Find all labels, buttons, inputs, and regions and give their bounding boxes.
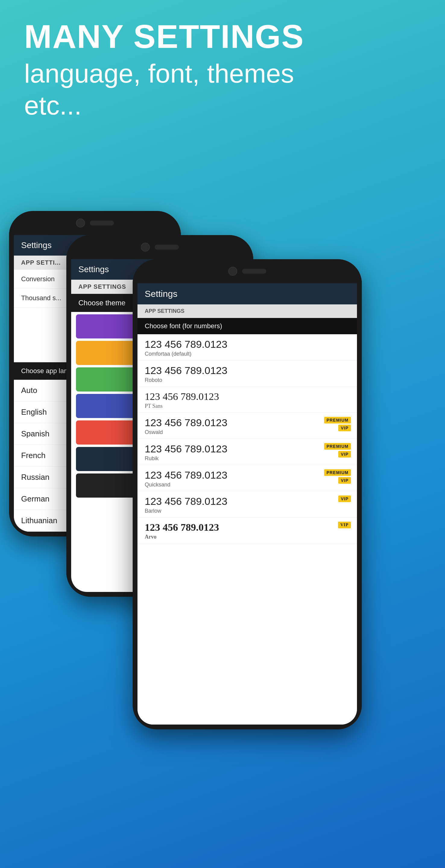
- hero-section: MANY SETTINGS language, font, themesetc.…: [24, 18, 304, 121]
- phone3-speaker: [242, 269, 266, 274]
- rubik-badge-premium: PREMIUM: [324, 443, 351, 450]
- phones-container: Settings APP SETTI... Conversion Thousan…: [0, 211, 445, 868]
- phone3-screen: Settings APP SETTINGS Choose font (for n…: [138, 283, 357, 724]
- hero-title: MANY SETTINGS: [24, 18, 304, 55]
- phone-font: Settings APP SETTINGS Choose font (for n…: [132, 259, 362, 730]
- phone3-app-settings: APP SETTINGS: [138, 304, 357, 318]
- phone2-speaker: [155, 245, 179, 250]
- barlow-badges: VIP: [338, 495, 351, 502]
- rubik-badge-vip: VIP: [338, 451, 351, 458]
- font-item-quicksand[interactable]: 123 456 789.0123 Quicksand PREMIUM VIP: [138, 465, 357, 491]
- barlow-badge-vip: VIP: [338, 495, 351, 502]
- font-item-rubik[interactable]: 123 456 789.0123 Rubik PREMIUM VIP: [138, 439, 357, 465]
- font-item-ptsans[interactable]: 123 456 789.0123 PT Sans: [138, 387, 357, 412]
- phone3-camera: [228, 267, 237, 276]
- font-item-roboto[interactable]: 123 456 789.0123 Roboto: [138, 361, 357, 387]
- font-label-oswald: Oswald: [145, 429, 350, 435]
- font-item-barlow[interactable]: 123 456 789.0123 Barlow VIP: [138, 491, 357, 518]
- phone1-camera: [76, 218, 85, 227]
- quicksand-badge-vip: VIP: [338, 477, 351, 484]
- font-label-quicksand: Quicksand: [145, 482, 350, 488]
- choose-font-bar: Choose font (for numbers): [138, 318, 357, 334]
- font-sample-arvo: 123 456 789.0123: [145, 522, 350, 533]
- oswald-badge-vip: VIP: [338, 425, 351, 431]
- phone3-top-bar: [132, 259, 362, 283]
- quicksand-badge-premium: PREMIUM: [324, 469, 351, 476]
- font-item-arvo[interactable]: 123 456 789.0123 Arvo VIP: [138, 518, 357, 544]
- font-sample-quicksand: 123 456 789.0123: [145, 469, 350, 481]
- font-sample-barlow: 123 456 789.0123: [145, 495, 350, 507]
- quicksand-badges: PREMIUM VIP: [324, 469, 351, 484]
- oswald-badges: PREMIUM VIP: [324, 417, 351, 431]
- phone1-speaker: [90, 221, 114, 225]
- font-sample-ptsans: 123 456 789.0123: [145, 391, 350, 402]
- font-label-roboto: Roboto: [145, 377, 350, 383]
- phone3-settings-header: Settings: [138, 283, 357, 304]
- hero-subtitle: language, font, themesetc...: [24, 58, 304, 121]
- font-sample-comfortaa: 123 456 789.0123: [145, 338, 350, 350]
- rubik-badges: PREMIUM VIP: [324, 443, 351, 458]
- arvo-badge-vip: VIP: [338, 522, 351, 528]
- font-sample-roboto: 123 456 789.0123: [145, 365, 350, 376]
- font-item-oswald[interactable]: 123 456 789.0123 Oswald PREMIUM VIP: [138, 412, 357, 439]
- font-sample-oswald: 123 456 789.0123: [145, 417, 350, 429]
- font-dialog: Settings APP SETTINGS Choose font (for n…: [138, 283, 357, 724]
- oswald-badge-premium: PREMIUM: [324, 417, 351, 424]
- phone1-top-bar: [9, 211, 181, 235]
- font-label-arvo: Arvo: [145, 534, 350, 540]
- font-label-barlow: Barlow: [145, 508, 350, 514]
- font-item-comfortaa[interactable]: 123 456 789.0123 Comfortaa (default): [138, 334, 357, 361]
- font-label-comfortaa: Comfortaa (default): [145, 351, 350, 357]
- font-sample-rubik: 123 456 789.0123: [145, 443, 350, 455]
- phone2-camera: [141, 243, 150, 252]
- arvo-badges: VIP: [338, 522, 351, 528]
- font-label-ptsans: PT Sans: [145, 403, 350, 409]
- phone2-top-bar: [66, 235, 253, 259]
- font-label-rubik: Rubik: [145, 456, 350, 462]
